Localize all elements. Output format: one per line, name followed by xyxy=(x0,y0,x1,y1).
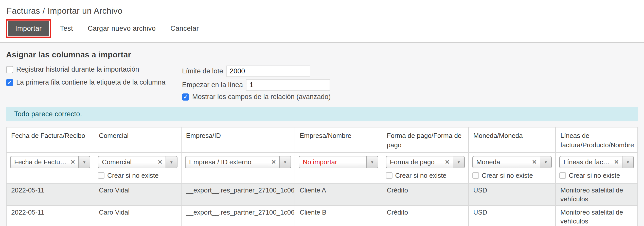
field-mapping-value: Fecha de Factura/R... xyxy=(11,158,69,166)
field-mapping-select[interactable]: Líneas de factura / P...✕▼ xyxy=(559,156,634,168)
column-header: Moneda/Moneda xyxy=(469,127,556,153)
column-header: Fecha de Factura/Recibo xyxy=(6,127,94,153)
page-title: Asignar las columnas a importar xyxy=(6,50,638,59)
field-mapping-value: Líneas de factura / P... xyxy=(560,158,613,166)
create-if-missing-option[interactable]: Crear si no existe xyxy=(98,172,177,180)
chevron-down-icon[interactable]: ▼ xyxy=(279,156,291,168)
column-headers-row: Fecha de Factura/ReciboComercialEmpresa/… xyxy=(6,127,638,153)
field-mapping-select[interactable]: Empresa / ID externo✕▼ xyxy=(185,156,291,168)
table-row: 2022-05-11Caro Vidal__export__.res_partn… xyxy=(6,183,638,206)
import-button[interactable]: Importar xyxy=(8,21,49,36)
field-mapping-value: Empresa / ID externo xyxy=(186,158,270,166)
first-row-labels-option[interactable]: ✓ La primera fila contiene la etiqueta d… xyxy=(6,78,177,86)
checkbox-icon[interactable] xyxy=(386,172,392,179)
import-options: Registrar historial durante la importaci… xyxy=(6,66,638,101)
batch-limit-row: Límite de lote xyxy=(182,66,331,77)
table-cell: Monitoreo satelital de vehículos xyxy=(556,183,638,206)
remove-mapping-icon[interactable]: ✕ xyxy=(270,159,279,166)
create-if-missing-label: Crear si no existe xyxy=(107,172,158,180)
chevron-down-icon[interactable]: ▼ xyxy=(366,156,378,168)
remove-mapping-icon[interactable]: ✕ xyxy=(531,159,540,166)
remove-mapping-icon[interactable]: ✕ xyxy=(69,159,78,166)
column-header: Empresa/Nombre xyxy=(295,127,382,153)
info-banner: Todo parece correcto. xyxy=(6,107,638,121)
create-if-missing-option[interactable]: Crear si no existe xyxy=(559,172,634,180)
import-button-highlight: Importar xyxy=(6,19,51,38)
batch-limit-input[interactable] xyxy=(226,66,310,77)
field-mapping-select[interactable]: Comercial✕▼ xyxy=(98,156,177,168)
checkbox-icon[interactable] xyxy=(472,172,479,179)
field-mapping-select[interactable]: No importar▼ xyxy=(299,156,378,168)
table-cell: USD xyxy=(469,183,556,206)
table-row: 2022-05-11Caro Vidal__export__.res_partn… xyxy=(6,205,638,226)
chevron-down-icon[interactable]: ▼ xyxy=(453,156,464,168)
table-cell: Caro Vidal xyxy=(94,205,181,226)
field-mapping-select[interactable]: Moneda✕▼ xyxy=(472,156,552,168)
remove-mapping-icon[interactable]: ✕ xyxy=(613,159,622,166)
table-cell: __export__.res_partner_27100_1c068632 xyxy=(181,205,295,226)
chevron-down-icon[interactable]: ▼ xyxy=(78,156,90,168)
field-mapping-cell: Forma de pago✕▼Crear si no existe xyxy=(382,153,469,183)
field-mapping-cell: Moneda✕▼Crear si no existe xyxy=(469,153,556,183)
test-button[interactable]: Test xyxy=(55,21,79,36)
table-cell: __export__.res_partner_27100_1c068632 xyxy=(181,183,295,206)
table-cell: 2022-05-11 xyxy=(6,183,94,206)
field-mapping-value: Moneda xyxy=(473,158,531,166)
column-header: Comercial xyxy=(94,127,181,153)
field-mapping-value: No importar xyxy=(299,158,366,166)
breadcrumb: Facturas / Importar un Archivo xyxy=(7,6,638,16)
banner-message: Todo parece correcto. xyxy=(14,110,82,118)
table-cell: USD xyxy=(469,205,556,226)
table-cell: Crédito xyxy=(382,183,469,206)
field-mapping-cell: Empresa / ID externo✕▼ xyxy=(181,153,295,183)
import-preview-table: Fecha de Factura/ReciboComercialEmpresa/… xyxy=(6,127,638,226)
checkbox-icon[interactable]: ✓ xyxy=(182,93,189,101)
topbar: Facturas / Importar un Archivo Importar … xyxy=(0,0,644,43)
import-page: Facturas / Importar un Archivo Importar … xyxy=(0,0,644,226)
table-cell: Monitoreo satelital de vehículos xyxy=(556,205,638,226)
field-mapping-cell: No importar▼ xyxy=(295,153,382,183)
track-history-option[interactable]: Registrar historial durante la importaci… xyxy=(6,66,177,73)
field-mapping-cell: Comercial✕▼Crear si no existe xyxy=(94,153,181,183)
field-mapping-cell: Líneas de factura / P...✕▼Crear si no ex… xyxy=(556,153,638,183)
field-mapping-value: Comercial xyxy=(98,158,156,166)
table-cell: 2022-05-11 xyxy=(6,205,94,226)
create-if-missing-option[interactable]: Crear si no existe xyxy=(472,172,552,180)
show-relation-fields-option[interactable]: ✓ Mostrar los campos de la relación (ava… xyxy=(182,93,331,101)
field-mapping-value: Forma de pago xyxy=(386,158,444,166)
checkbox-icon[interactable]: ✓ xyxy=(6,79,13,86)
table-cell: Cliente B xyxy=(295,205,382,226)
remove-mapping-icon[interactable]: ✕ xyxy=(444,159,453,166)
first-row-labels-label: La primera fila contiene la etiqueta de … xyxy=(16,78,165,86)
cancel-button[interactable]: Cancelar xyxy=(165,21,204,36)
field-mapping-row: Fecha de Factura/R...✕▼Comercial✕▼Crear … xyxy=(6,153,638,183)
show-relation-fields-label: Mostrar los campos de la relación (avanz… xyxy=(192,93,331,101)
track-history-label: Registrar historial durante la importaci… xyxy=(16,66,139,73)
field-mapping-select[interactable]: Fecha de Factura/R...✕▼ xyxy=(10,156,90,168)
checkbox-icon[interactable] xyxy=(98,172,104,179)
remove-mapping-icon[interactable]: ✕ xyxy=(156,159,165,166)
create-if-missing-label: Crear si no existe xyxy=(482,172,533,180)
checkbox-icon[interactable] xyxy=(559,172,566,179)
create-if-missing-option[interactable]: Crear si no existe xyxy=(386,172,465,180)
content: Asignar las columnas a importar Registra… xyxy=(0,43,644,226)
options-right-column: Límite de lote Empezar en la línea ✓ Mos… xyxy=(182,66,331,101)
table-cell: Crédito xyxy=(382,205,469,226)
column-header: Empresa/ID xyxy=(181,127,295,153)
chevron-down-icon[interactable]: ▼ xyxy=(540,156,551,168)
options-left-column: Registrar historial durante la importaci… xyxy=(6,66,177,86)
load-new-file-button[interactable]: Cargar nuevo archivo xyxy=(82,21,161,36)
table-cell: Cliente A xyxy=(295,183,382,206)
checkbox-icon[interactable] xyxy=(6,66,13,73)
batch-limit-label: Límite de lote xyxy=(182,67,223,75)
column-header: Líneas de factura/Producto/Nombre xyxy=(556,127,638,153)
start-line-row: Empezar en la línea xyxy=(182,79,331,91)
field-mapping-select[interactable]: Forma de pago✕▼ xyxy=(386,156,465,168)
preview-rows: 2022-05-11Caro Vidal__export__.res_partn… xyxy=(6,183,638,226)
chevron-down-icon[interactable]: ▼ xyxy=(622,156,633,168)
create-if-missing-label: Crear si no existe xyxy=(395,172,446,180)
start-line-input[interactable] xyxy=(246,79,330,91)
chevron-down-icon[interactable]: ▼ xyxy=(166,156,177,168)
table-cell: Caro Vidal xyxy=(94,183,181,206)
field-mapping-cell: Fecha de Factura/R...✕▼ xyxy=(6,153,94,183)
